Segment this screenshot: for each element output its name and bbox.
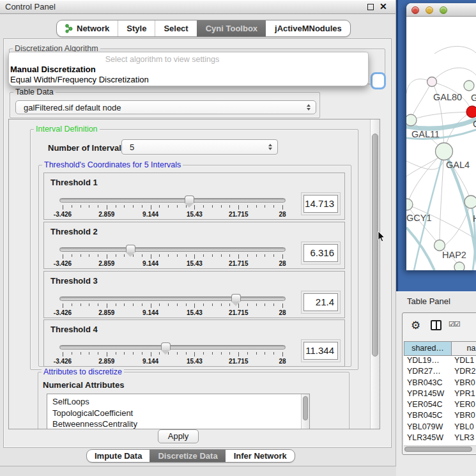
threshold-2-slider[interactable]: -3.4262.8599.14415.4321.71528: [58, 244, 287, 268]
float-panel-icon[interactable]: [367, 4, 374, 10]
table-row[interactable]: YDR27…YDR2: [404, 367, 476, 378]
slider-thumb[interactable]: [161, 342, 171, 350]
select-columns-icon[interactable]: ☑☑: [449, 320, 460, 328]
desktop-background: GAL80 G GAL11 C GAL4 GCY1 H HAP2: [396, 0, 476, 291]
slider-track[interactable]: [59, 296, 286, 301]
slider-track[interactable]: [59, 247, 286, 252]
threshold-panel-4: Threshold 4-3.4262.8599.14415.4321.71528…: [43, 319, 345, 367]
apply-button[interactable]: Apply: [158, 429, 199, 443]
control-panel-titlebar[interactable]: Control Panel ✕: [0, 0, 395, 14]
tab-impute-data[interactable]: Impute Data: [87, 450, 150, 462]
slider-thumb[interactable]: [126, 245, 135, 252]
table-body[interactable]: YDL19…YDL1YDR27…YDR2YBR043CYBR0YPR145WYP…: [404, 356, 476, 445]
node-label: H: [473, 213, 476, 224]
table-row[interactable]: YDL19…YDL1: [404, 356, 476, 367]
algorithm-combobox[interactable]: [371, 72, 386, 89]
table-row[interactable]: YBR045CYBR0: [404, 411, 476, 422]
threshold-3-slider[interactable]: -3.4262.8599.14415.4321.71528: [58, 293, 287, 318]
dropdown-option-equal-width[interactable]: Equal Width/Frequency Discretization: [10, 75, 149, 84]
tab-discretize-data[interactable]: Discretize Data: [150, 450, 225, 462]
numerical-attributes-list[interactable]: SelfLoopsTopologicalCoefficientBetweenne…: [47, 394, 310, 429]
zoom-traffic-light[interactable]: [440, 6, 447, 14]
threshold-1-value-field[interactable]: 14.713: [301, 192, 341, 215]
table-data-combobox[interactable]: galFiltered.sif default node: [15, 100, 316, 114]
tab-network[interactable]: Network: [57, 20, 118, 36]
threshold-4-value-field[interactable]: 11.344: [301, 339, 341, 362]
tab-infer-network[interactable]: Infer Network: [226, 450, 295, 462]
threshold-4-slider[interactable]: -3.4262.8599.14415.4321.71528: [58, 342, 287, 366]
table-row[interactable]: YPR145WYPR1: [404, 389, 476, 400]
number-of-intervals-value: 5: [130, 142, 134, 152]
table-row[interactable]: YLR345WYLR3: [404, 433, 476, 444]
network-window-titlebar[interactable]: [406, 3, 476, 17]
slider-tick-label: 9.144: [142, 260, 158, 267]
table-row[interactable]: YBL079WYBL0: [404, 422, 476, 433]
slider-tick-label: 15.43: [187, 260, 203, 267]
list-scrollbar[interactable]: [301, 394, 309, 429]
slider-tick-label: 9.144: [142, 309, 158, 316]
network-canvas[interactable]: GAL80 G GAL11 C GAL4 GCY1 H HAP2: [406, 17, 476, 270]
slider-tick-label: 21.715: [229, 260, 249, 267]
slider-tick-label: 28: [279, 260, 286, 267]
slider-tick-label: 2.859: [98, 211, 114, 218]
tab-select[interactable]: Select: [155, 20, 196, 36]
tab-jactivemnodules[interactable]: jActiveMNodules: [266, 20, 350, 36]
slider-tick-label: 9.144: [142, 358, 158, 365]
threshold-3-value-field[interactable]: 21.4: [301, 291, 341, 314]
control-panel-window: Control Panel ✕ NetworkStyleSelectCyni T…: [0, 0, 396, 476]
network-view-window[interactable]: GAL80 G GAL11 C GAL4 GCY1 H HAP2: [406, 3, 476, 270]
tab-style[interactable]: Style: [118, 20, 155, 36]
column-header-name[interactable]: na: [452, 341, 476, 356]
cell-shared-name: YDL19…: [404, 356, 452, 365]
slider-thumb[interactable]: [185, 196, 194, 203]
interval-definition-title: Interval Definition: [34, 125, 100, 134]
slider-tick-label: 15.43: [187, 309, 203, 316]
network-node: [406, 114, 417, 126]
cell-name: YER0: [452, 400, 475, 409]
slider-thumb[interactable]: [231, 294, 241, 302]
number-of-intervals-combobox[interactable]: 5: [121, 139, 278, 155]
attribute-list-item[interactable]: BetweennessCentrality: [47, 418, 309, 429]
scrollbar-thumb[interactable]: [404, 447, 472, 452]
minimize-traffic-light[interactable]: [426, 6, 433, 14]
cell-name: YBR0: [452, 411, 475, 420]
attribute-list-item[interactable]: TopologicalCoefficient: [47, 408, 309, 419]
slider-tick-label: 9.144: [142, 211, 158, 218]
slider-tick-label: 21.715: [229, 358, 249, 365]
cell-shared-name: YER054C: [404, 400, 452, 409]
network-node: [464, 196, 476, 208]
column-layout-icon[interactable]: [431, 320, 441, 330]
threshold-panel-1: Threshold 1-3.4262.8599.14415.4321.71528…: [43, 173, 345, 220]
threshold-panel-3: Threshold 3-3.4262.8599.14415.4321.71528…: [43, 271, 345, 318]
gear-icon[interactable]: ⚙: [411, 319, 420, 332]
attribute-list-item[interactable]: SelfLoops: [47, 396, 309, 408]
algorithm-dropdown-popup: Select algorithm to view settings Manual…: [8, 52, 369, 86]
slider-tick-label: 2.859: [98, 309, 114, 316]
table-data-title: Table Data: [13, 88, 56, 96]
scrollbar-thumb[interactable]: [372, 134, 378, 357]
network-node: [434, 240, 445, 251]
threshold-2-value-field[interactable]: 6.316: [301, 242, 341, 265]
slider-track[interactable]: [59, 345, 286, 349]
column-header-shared-name[interactable]: shared…: [404, 341, 452, 356]
network-node: [406, 199, 413, 210]
threshold-label: Threshold 3: [50, 276, 98, 286]
node-label: GCY1: [406, 213, 432, 223]
interval-definition-group: Interval Definition Number of Intervals …: [30, 129, 358, 370]
node-label: GAL4: [446, 160, 470, 170]
slider-track[interactable]: [59, 198, 286, 203]
slider-tick-label: 2.859: [98, 358, 114, 365]
close-traffic-light[interactable]: [411, 6, 419, 14]
close-icon[interactable]: ✕: [380, 1, 387, 12]
combobox-arrows-icon: [307, 104, 311, 111]
dropdown-option-manual[interactable]: Manual Discretization: [10, 65, 96, 74]
settings-scrollbar[interactable]: [370, 119, 380, 429]
thresholds-group-title: Threshold's Coordinates for 5 Intervals: [42, 160, 183, 169]
network-node: [464, 81, 474, 91]
table-row[interactable]: YBR043CYBR0: [404, 378, 476, 389]
dropdown-prompt-item[interactable]: Select algorithm to view settings: [9, 55, 316, 64]
threshold-1-slider[interactable]: -3.4262.8599.14415.4321.71528: [58, 195, 287, 219]
tab-cyni-toolbox[interactable]: Cyni Toolbox: [197, 20, 266, 36]
table-horizontal-scrollbar[interactable]: [404, 445, 476, 452]
table-row[interactable]: YER054CYER0: [404, 400, 476, 411]
